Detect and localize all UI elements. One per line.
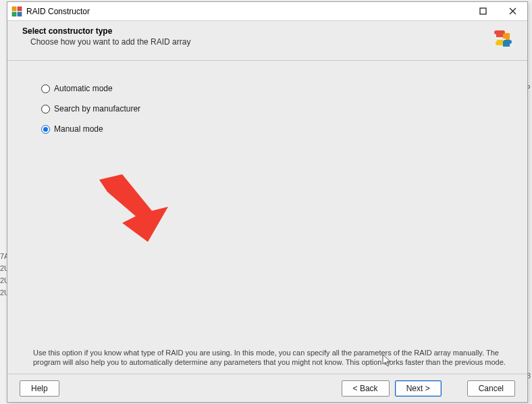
- maximize-button[interactable]: [468, 2, 498, 20]
- annotation-arrow: [94, 174, 168, 251]
- svg-rect-3: [18, 12, 22, 16]
- cancel-button[interactable]: Cancel: [467, 380, 515, 397]
- background-window-left: 7A 2U 2U 2U: [0, 250, 7, 299]
- radio-manual-mode[interactable]: Manual mode: [41, 123, 500, 135]
- window-title: RAID Constructor: [26, 7, 90, 16]
- puzzle-icon: [488, 26, 518, 53]
- wizard-subheading: Choose how you want to add the RAID arra…: [30, 37, 190, 47]
- svg-rect-1: [18, 7, 22, 11]
- radio-label: Automatic mode: [54, 84, 113, 93]
- back-button[interactable]: < Back: [342, 380, 390, 397]
- svg-marker-5: [99, 174, 168, 242]
- close-button[interactable]: [498, 2, 527, 20]
- titlebar[interactable]: RAID Constructor −: [7, 2, 527, 21]
- wizard-heading: Select constructor type: [22, 26, 112, 36]
- svg-rect-2: [12, 12, 16, 16]
- help-button[interactable]: Help: [20, 380, 59, 397]
- next-button[interactable]: Next >: [395, 380, 442, 397]
- app-icon: [11, 6, 22, 17]
- radio-icon: [41, 84, 50, 93]
- radio-label: Manual mode: [54, 124, 103, 134]
- radio-icon: [41, 125, 50, 134]
- wizard-content: Automatic mode Search by manufacturer Ma…: [7, 61, 527, 374]
- svg-rect-0: [12, 7, 16, 11]
- window-controls: −: [438, 2, 527, 20]
- mode-description: Use this option if you know what type of…: [33, 348, 507, 367]
- radio-search-by-manufacturer[interactable]: Search by manufacturer: [41, 103, 500, 115]
- radio-label: Search by manufacturer: [54, 104, 140, 113]
- radio-automatic-mode[interactable]: Automatic mode: [41, 82, 500, 95]
- wizard-header: Select constructor type Choose how you w…: [7, 21, 527, 61]
- radio-icon: [41, 105, 50, 113]
- wizard-footer: Help < Back Next > Cancel: [7, 374, 527, 402]
- raid-constructor-dialog: RAID Constructor − Select constructor ty…: [7, 1, 528, 403]
- svg-rect-4: [480, 8, 486, 14]
